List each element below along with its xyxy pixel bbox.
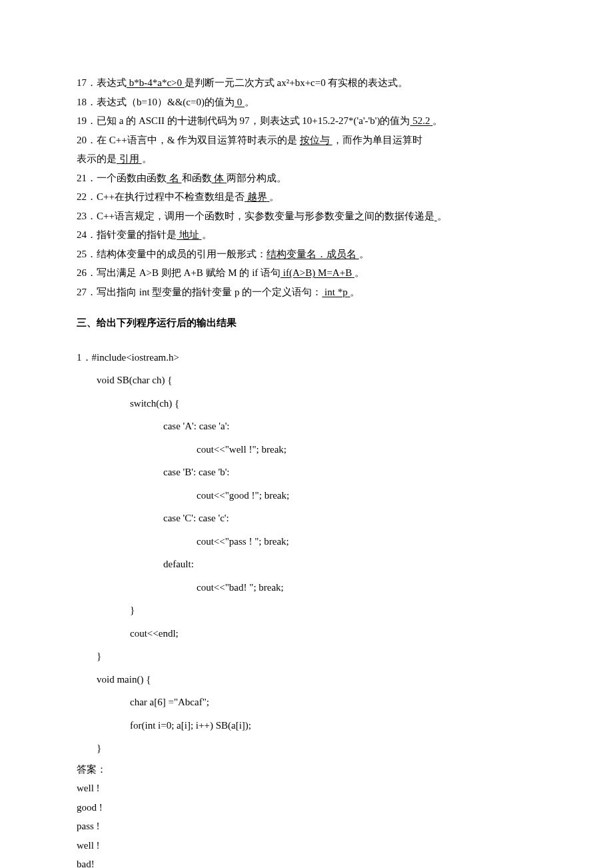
code-line: switch(ch) { <box>77 392 536 415</box>
q20-answer2: 引用 <box>117 153 139 164</box>
code-line: case 'C': case 'c': <box>77 507 536 530</box>
q21-prefix: 21．一个函数由函数 <box>77 173 167 183</box>
q21-mid: 和函数 <box>182 173 212 183</box>
code-line: cout<<"bad! "; break; <box>77 576 536 599</box>
question-17: 17．表达式 b*b-4*a*c>0 是判断一元二次方式 ax²+bx+c=0 … <box>77 73 536 93</box>
code-line: case 'A': case 'a': <box>77 415 536 438</box>
question-23: 23．C++语言规定，调用一个函数时，实参数变量与形参数变量之间的数据传递是 。 <box>77 207 536 226</box>
q20-prefix: 20．在 C++语言中，& 作为双目运算符时表示的是 <box>77 135 300 145</box>
section-3-title: 三、给出下列程序运行后的输出结果 <box>77 313 536 333</box>
q18-tail: 。 <box>245 97 255 107</box>
code-line: cout<<"good !"; break; <box>77 484 536 507</box>
q21-answer2: 体 <box>212 173 225 183</box>
code-line: for(int i=0; a[i]; i++) SB(a[i]); <box>77 714 536 737</box>
code-line: } <box>77 645 536 668</box>
q22-tail: 。 <box>269 191 279 202</box>
question-20-line1: 20．在 C++语言中，& 作为双目运算符时表示的是 按位与 ，而作为单目运算时 <box>77 131 536 150</box>
code-line: void main() { <box>77 668 536 691</box>
code-line: } <box>77 737 536 760</box>
code-line: } <box>77 599 536 622</box>
q26-prefix: 26．写出满足 A>B 则把 A+B 赋给 M 的 if 语句 <box>77 267 281 278</box>
answer-line: bad! <box>77 855 536 868</box>
q17-tail: 是判断一元二次方式 ax²+bx+c=0 有实根的表达式。 <box>185 77 408 88</box>
q17-prefix: 17．表达式 <box>77 77 127 88</box>
q25-prefix: 25．结构体变量中的成员的引用一般形式： <box>77 249 267 259</box>
code-line: case 'B': case 'b': <box>77 461 536 484</box>
answer-label: 答案： <box>77 760 536 779</box>
q20-answer1: 按位与 <box>300 135 330 145</box>
q24-tail: 。 <box>202 229 212 240</box>
q18-answer: 0 <box>235 97 242 107</box>
answer-block: 答案： well ! good ! pass ! well ! bad! <box>77 760 536 869</box>
q17-answer: b*b-4*a*c>0 <box>127 77 182 88</box>
q20-mid: ，而作为单目运算时 <box>332 135 422 145</box>
code-line: char a[6] ="Abcaf"; <box>77 691 536 714</box>
q27-tail: 。 <box>350 287 360 297</box>
q18-prefix: 18．表达式（b=10）&&(c=0)的值为 <box>77 97 235 107</box>
q24-answer: 地址 <box>177 229 199 240</box>
question-18: 18．表达式（b=10）&&(c=0)的值为 0 。 <box>77 93 536 112</box>
code-line: void SB(char ch) { <box>77 369 536 392</box>
q25-answer: 结构变量名．成员名 <box>267 249 356 259</box>
question-24: 24．指针变量的指针是 地址 。 <box>77 225 536 245</box>
answer-line: good ! <box>77 798 536 817</box>
q27-answer: int *p <box>322 287 347 297</box>
question-20-line2: 表示的是 引用 。 <box>77 149 536 169</box>
question-22: 22．C++在执行过程中不检查数组是否 越界 。 <box>77 187 536 207</box>
q27-prefix: 27．写出指向 int 型变量的指针变量 p 的一个定义语句： <box>77 287 322 297</box>
code-line: cout<<endl; <box>77 622 536 645</box>
q23-tail: 。 <box>437 211 447 221</box>
q22-prefix: 22．C++在执行过程中不检查数组是否 <box>77 191 245 202</box>
q20-tail: 。 <box>142 153 152 164</box>
question-21: 21．一个函数由函数 名 和函数 体 两部分构成。 <box>77 169 536 188</box>
q23-prefix: 23．C++语言规定，调用一个函数时，实参数变量与形参数变量之间的数据传递是 <box>77 211 434 221</box>
q26-answer: if(A>B) M=A+B <box>281 267 352 278</box>
code-line: default: <box>77 553 536 576</box>
q21-tail: 两部分构成。 <box>227 173 287 183</box>
q19-answer: 52.2 <box>410 115 430 126</box>
question-19: 19．已知 a 的 ASCII 的十进制代码为 97，则表达式 10+15.2-… <box>77 111 536 131</box>
code-line: cout<<"well !"; break; <box>77 438 536 461</box>
document-page: 17．表达式 b*b-4*a*c>0 是判断一元二次方式 ax²+bx+c=0 … <box>0 0 613 868</box>
answer-line: well ! <box>77 779 536 798</box>
code-block: 1．#include<iostream.h> void SB(char ch) … <box>77 346 536 760</box>
q21-answer1: 名 <box>167 173 179 183</box>
code-line: 1．#include<iostream.h> <box>77 346 536 369</box>
answer-line: well ! <box>77 836 536 855</box>
answer-line: pass ! <box>77 817 536 836</box>
q20-prefix2: 表示的是 <box>77 153 117 164</box>
q19-prefix: 19．已知 a 的 ASCII 的十进制代码为 97，则表达式 10+15.2-… <box>77 115 410 126</box>
question-25: 25．结构体变量中的成员的引用一般形式：结构变量名．成员名 。 <box>77 245 536 264</box>
q24-prefix: 24．指针变量的指针是 <box>77 229 177 240</box>
q19-tail: 。 <box>432 115 442 126</box>
code-line: cout<<"pass ! "; break; <box>77 530 536 553</box>
q22-answer: 越界 <box>245 191 267 202</box>
question-26: 26．写出满足 A>B 则把 A+B 赋给 M 的 if 语句 if(A>B) … <box>77 263 536 283</box>
q26-tail: 。 <box>354 267 364 278</box>
q25-tail: 。 <box>359 249 369 259</box>
question-27: 27．写出指向 int 型变量的指针变量 p 的一个定义语句： int *p 。 <box>77 283 536 302</box>
